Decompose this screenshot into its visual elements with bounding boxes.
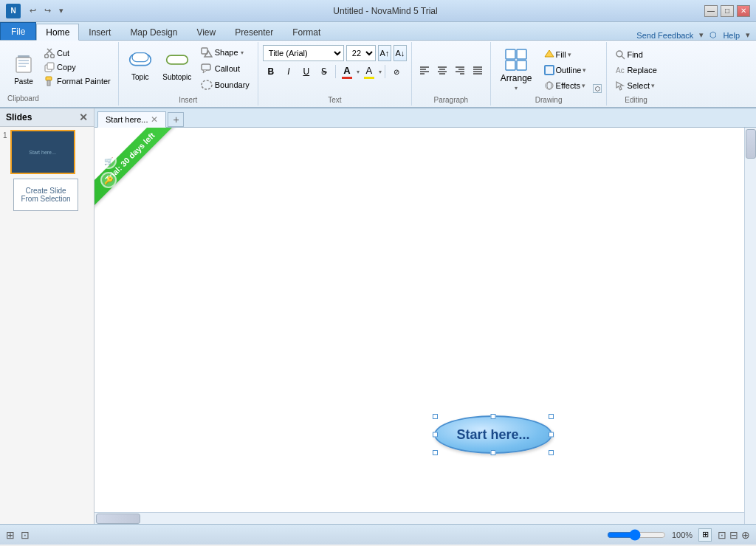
outline-btn[interactable]: Outline ▾ [540, 63, 591, 77]
send-feedback-link[interactable]: Send Feedback [636, 31, 693, 40]
callout-btn[interactable]: Callout [197, 61, 253, 76]
font-select[interactable]: Title (Arial) [263, 45, 344, 61]
feedback-dropdown[interactable]: ▾ [699, 30, 704, 40]
canvas[interactable]: Trial: 30 days left ℹ 🛒 🔑 Start here... [94, 128, 756, 524]
subtopic-btn[interactable]: Subtopic [160, 45, 194, 84]
canvas-tab-1[interactable]: Start here... ✕ [97, 111, 166, 128]
tab-presenter[interactable]: Presenter [225, 24, 283, 40]
handle-top-center[interactable] [491, 414, 496, 419]
handle-bottom-left[interactable] [433, 450, 438, 455]
cut-btn[interactable]: Cut [41, 46, 114, 60]
outline-icon [544, 65, 554, 75]
handle-top-left[interactable] [433, 414, 438, 419]
slide-item-1[interactable]: 1 Start here... [3, 130, 91, 174]
boundary-btn[interactable]: Boundary [197, 77, 253, 92]
select-btn[interactable]: Select ▾ [611, 79, 660, 92]
subtopic-label: Subtopic [162, 73, 191, 81]
highlight-dropdown[interactable]: ▾ [379, 69, 382, 75]
shape-btn[interactable]: Shape ▾ [197, 45, 253, 60]
status-bar: ⊞ ⊡ 100% ⊞ ⊡ ⊟ ⊕ [0, 524, 756, 545]
subtopic-icon [165, 48, 189, 72]
increase-font-btn[interactable]: A↑ [378, 45, 391, 61]
decrease-font-btn[interactable]: A↓ [394, 45, 407, 61]
mind-map-node[interactable]: Start here... [434, 415, 552, 454]
close-btn[interactable]: ✕ [737, 5, 750, 17]
zoom-fit-btn[interactable]: ⊞ [698, 528, 712, 542]
bold-btn[interactable]: B [263, 63, 279, 80]
replace-icon: Ac [615, 65, 625, 75]
vscroll-thumb[interactable] [746, 129, 756, 159]
tab-format[interactable]: Format [283, 24, 330, 40]
slide-num-1: 1 [3, 130, 7, 139]
handle-middle-right[interactable] [549, 432, 554, 438]
clear-format-btn[interactable]: ⊘ [388, 63, 405, 80]
text-separator2 [385, 65, 385, 78]
hscroll-thumb[interactable] [96, 514, 140, 524]
handle-top-right[interactable] [549, 414, 554, 419]
tab-file[interactable]: File [0, 22, 36, 40]
zoom-slider[interactable] [607, 530, 666, 540]
copy-btn[interactable]: Copy [41, 61, 114, 74]
svg-rect-11 [46, 77, 52, 80]
fill-btn[interactable]: Fill ▾ [540, 48, 591, 61]
boundary-label: Boundary [215, 80, 250, 89]
fill-icon [544, 49, 554, 60]
topic-btn[interactable]: Topic [123, 45, 157, 84]
svg-rect-3 [18, 63, 29, 64]
underline-btn[interactable]: U [298, 63, 315, 80]
minimize-btn[interactable]: — [704, 5, 718, 17]
text-group-inner: Title (Arial) 22 A↑ A↓ B I U S̶ A ▾ [263, 45, 407, 80]
canvas-tab-close-btn[interactable]: ✕ [151, 114, 158, 125]
tab-view[interactable]: View [187, 24, 225, 40]
canvas-scrollbar-vertical[interactable] [744, 128, 756, 524]
new-tab-btn[interactable]: + [168, 112, 184, 127]
text-color-btn[interactable]: A [339, 63, 355, 80]
help-dropdown[interactable]: ▾ [746, 30, 750, 40]
status-icon-2[interactable]: ⊡ [21, 529, 30, 541]
tab-home[interactable]: Home [36, 24, 79, 41]
svg-rect-4 [18, 66, 26, 67]
help-label[interactable]: Help [723, 31, 740, 40]
align-justify-btn[interactable] [470, 62, 486, 78]
strikethrough-btn[interactable]: S̶ [316, 63, 332, 80]
drawing-expand-btn[interactable]: ⬡ [593, 84, 602, 93]
format-painter-btn[interactable]: Format Painter [41, 75, 114, 88]
find-btn[interactable]: Find [611, 48, 660, 61]
font-size-select[interactable]: 22 [346, 45, 376, 61]
slides-close-btn[interactable]: ✕ [79, 111, 88, 123]
handle-bottom-right[interactable] [549, 450, 554, 455]
editing-group-content: Find Ac Replace Select ▾ [611, 45, 660, 94]
quick-access-dropdown[interactable]: ▾ [56, 4, 66, 17]
canvas-scrollbar-horizontal[interactable] [94, 512, 744, 524]
handle-middle-left[interactable] [433, 432, 438, 438]
topic-label: Topic [131, 73, 148, 81]
tab-map-design[interactable]: Map Design [120, 24, 187, 40]
italic-btn[interactable]: I [281, 63, 297, 80]
search-icon [615, 49, 625, 60]
align-left-btn[interactable] [416, 62, 433, 78]
copy-icon [44, 62, 55, 72]
tab-insert[interactable]: Insert [79, 24, 120, 40]
help-link[interactable]: ⬡ [709, 30, 717, 40]
arrange-btn[interactable]: Arrange ▾ [495, 45, 537, 94]
ribbon-right: Send Feedback ▾ ⬡ Help ▾ [636, 30, 756, 40]
replace-btn[interactable]: Ac Replace [611, 63, 660, 77]
node-ellipse[interactable]: Start here... [434, 415, 552, 454]
highlight-btn[interactable]: A [361, 63, 377, 80]
slide-thumb-1[interactable]: Start here... [10, 130, 75, 174]
status-icon-5[interactable]: ⊕ [741, 529, 750, 541]
undo-btn[interactable]: ↩ [27, 4, 39, 17]
create-slide-btn[interactable]: Create SlideFrom Selection [13, 179, 78, 211]
status-icon-4[interactable]: ⊟ [729, 529, 738, 541]
text-color-dropdown[interactable]: ▾ [357, 69, 360, 75]
paste-btn[interactable]: Paste [7, 45, 40, 93]
status-icon-3[interactable]: ⊡ [718, 529, 726, 541]
maximize-btn[interactable]: □ [721, 5, 734, 17]
status-icon-1[interactable]: ⊞ [6, 529, 15, 541]
align-center-btn[interactable] [434, 62, 450, 78]
align-right-btn[interactable] [452, 62, 468, 78]
effects-btn[interactable]: Effects ▾ [540, 79, 591, 92]
handle-bottom-center[interactable] [491, 450, 496, 455]
outline-dropdown-icon: ▾ [583, 66, 586, 74]
redo-btn[interactable]: ↪ [41, 4, 54, 17]
